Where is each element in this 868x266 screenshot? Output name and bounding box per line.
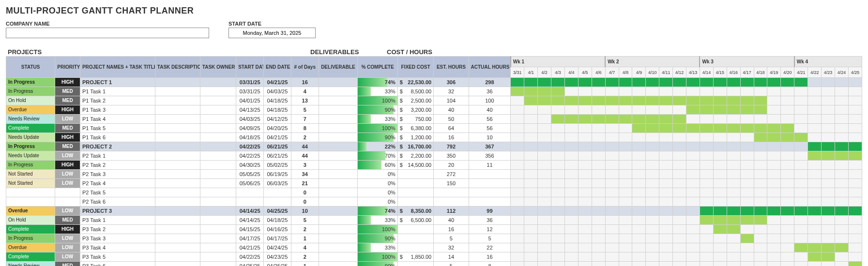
deliverable-cell[interactable]: [319, 179, 358, 188]
desc-cell[interactable]: [155, 234, 200, 243]
name-cell[interactable]: P1 Task 2: [80, 96, 155, 105]
cost-cell[interactable]: [397, 234, 433, 243]
start-date-cell[interactable]: [236, 197, 264, 207]
est-hours-cell[interactable]: 64: [434, 124, 469, 133]
days-cell[interactable]: 21: [291, 179, 319, 188]
pct-cell[interactable]: 90%: [358, 234, 398, 243]
table-row[interactable]: Needs ReviewLOWP1 Task 404/03/2504/12/25…: [6, 115, 862, 124]
owner-cell[interactable]: [200, 87, 236, 96]
start-date-cell[interactable]: 04/03/25: [236, 115, 264, 124]
cost-cell[interactable]: [397, 243, 433, 252]
cost-cell[interactable]: $6,380.00: [397, 124, 433, 133]
priority-cell[interactable]: LOW: [55, 170, 80, 179]
owner-cell[interactable]: [200, 142, 236, 151]
priority-cell[interactable]: MED: [55, 142, 80, 151]
cost-cell[interactable]: [397, 197, 433, 207]
pct-cell[interactable]: 100%: [358, 252, 398, 262]
act-hours-cell[interactable]: [469, 170, 511, 179]
pct-cell[interactable]: 0%: [358, 179, 398, 188]
status-cell[interactable]: In Progress: [6, 234, 55, 243]
desc-cell[interactable]: [155, 243, 200, 252]
name-cell[interactable]: P2 Task 5: [80, 188, 155, 197]
owner-cell[interactable]: [200, 262, 236, 266]
start-date-cell[interactable]: 04/13/25: [236, 105, 264, 115]
deliverable-cell[interactable]: [319, 133, 358, 142]
est-hours-cell[interactable]: 16: [434, 133, 469, 142]
priority-cell[interactable]: LOW: [55, 207, 80, 216]
days-cell[interactable]: 10: [291, 207, 319, 216]
name-cell[interactable]: P1 Task 1: [80, 87, 155, 96]
est-hours-cell[interactable]: 792: [434, 142, 469, 151]
gantt-table[interactable]: STATUS PRIORITY PROJECT NAMES + TASK TIT…: [6, 56, 862, 266]
est-hours-cell[interactable]: 5: [434, 234, 469, 243]
days-cell[interactable]: 44: [291, 142, 319, 151]
est-hours-cell[interactable]: 150: [434, 179, 469, 188]
table-row[interactable]: In ProgressLOWP3 Task 304/17/2504/17/251…: [6, 234, 862, 243]
pct-cell[interactable]: 74%: [358, 207, 398, 216]
end-date-cell[interactable]: 04/17/25: [264, 234, 291, 243]
start-date-cell[interactable]: 04/22/25: [236, 151, 264, 161]
cost-cell[interactable]: $750.00: [397, 115, 433, 124]
status-cell[interactable]: Complete: [6, 225, 55, 234]
deliverable-cell[interactable]: [319, 96, 358, 105]
owner-cell[interactable]: [200, 115, 236, 124]
pct-cell[interactable]: 90%: [358, 105, 398, 115]
act-hours-cell[interactable]: 56: [469, 124, 511, 133]
act-hours-cell[interactable]: 99: [469, 207, 511, 216]
table-row[interactable]: CompleteMEDP1 Task 504/09/2504/20/258100…: [6, 124, 862, 133]
status-cell[interactable]: Not Started: [6, 170, 55, 179]
table-row[interactable]: Needs ReviewMEDP3 Task 604/25/2504/25/25…: [6, 262, 862, 266]
name-cell[interactable]: P1 Task 4: [80, 115, 155, 124]
col-days[interactable]: # of Days: [291, 57, 319, 78]
desc-cell[interactable]: [155, 78, 200, 87]
cost-cell[interactable]: $8,350.00: [397, 207, 433, 216]
deliverable-cell[interactable]: [319, 252, 358, 262]
est-hours-cell[interactable]: 50: [434, 115, 469, 124]
pct-cell[interactable]: 100%: [358, 225, 398, 234]
name-cell[interactable]: P3 Task 4: [80, 243, 155, 252]
start-date-cell[interactable]: 05/06/25: [236, 179, 264, 188]
est-hours-cell[interactable]: 112: [434, 207, 469, 216]
desc-cell[interactable]: [155, 105, 200, 115]
table-row[interactable]: Not StartedLOWP2 Task 305/05/2506/19/253…: [6, 170, 862, 179]
deliverable-cell[interactable]: [319, 243, 358, 252]
pct-cell[interactable]: 33%: [358, 216, 398, 225]
desc-cell[interactable]: [155, 179, 200, 188]
table-row[interactable]: P2 Task 500%: [6, 188, 862, 197]
deliverable-cell[interactable]: [319, 225, 358, 234]
end-date-cell[interactable]: 04/12/25: [264, 115, 291, 124]
name-cell[interactable]: PROJECT 3: [80, 207, 155, 216]
deliverable-cell[interactable]: [319, 170, 358, 179]
act-hours-cell[interactable]: 12: [469, 225, 511, 234]
deliverable-cell[interactable]: [319, 188, 358, 197]
end-date-cell[interactable]: 04/20/25: [264, 124, 291, 133]
owner-cell[interactable]: [200, 225, 236, 234]
name-cell[interactable]: P1 Task 6: [80, 133, 155, 142]
end-date-cell[interactable]: 04/24/25: [264, 243, 291, 252]
priority-cell[interactable]: LOW: [55, 179, 80, 188]
deliverable-cell[interactable]: [319, 216, 358, 225]
priority-cell[interactable]: HIGH: [55, 161, 80, 170]
deliverable-cell[interactable]: [319, 234, 358, 243]
col-start[interactable]: START DATE: [236, 57, 264, 78]
start-date-cell[interactable]: 04/25/25: [236, 262, 264, 266]
col-act-hours[interactable]: ACTUAL HOURS: [469, 57, 511, 78]
days-cell[interactable]: 5: [291, 216, 319, 225]
desc-cell[interactable]: [155, 151, 200, 161]
status-cell[interactable]: Overdue: [6, 207, 55, 216]
end-date-cell[interactable]: 04/18/25: [264, 216, 291, 225]
desc-cell[interactable]: [155, 96, 200, 105]
pct-cell[interactable]: 90%: [358, 262, 398, 266]
status-cell[interactable]: [6, 188, 55, 197]
col-end[interactable]: END DATE: [264, 57, 291, 78]
start-date-cell[interactable]: 04/22/25: [236, 142, 264, 151]
days-cell[interactable]: 3: [291, 161, 319, 170]
act-hours-cell[interactable]: 56: [469, 115, 511, 124]
name-cell[interactable]: P3 Task 6: [80, 262, 155, 266]
status-cell[interactable]: [6, 197, 55, 207]
cost-cell[interactable]: [397, 170, 433, 179]
act-hours-cell[interactable]: 10: [469, 133, 511, 142]
days-cell[interactable]: 1: [291, 234, 319, 243]
owner-cell[interactable]: [200, 207, 236, 216]
col-priority[interactable]: PRIORITY: [55, 57, 80, 78]
